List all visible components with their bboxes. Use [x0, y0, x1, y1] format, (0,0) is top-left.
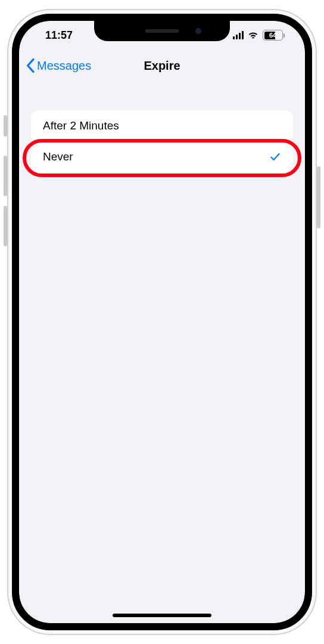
home-indicator[interactable] — [113, 614, 211, 617]
battery-level: 64 — [263, 30, 282, 40]
option-label: After 2 Minutes — [43, 119, 119, 132]
volume-down-button — [4, 206, 7, 246]
phone-frame: 11:57 64 — [7, 9, 317, 635]
expire-options-list: After 2 Minutes Never — [31, 110, 293, 172]
volume-up-button — [4, 156, 7, 196]
silent-switch — [4, 115, 7, 137]
wifi-icon — [247, 30, 259, 41]
back-label: Messages — [37, 59, 91, 73]
checkmark-icon — [269, 151, 281, 163]
option-never[interactable]: Never — [31, 141, 293, 172]
battery-indicator: 64 — [263, 30, 285, 41]
cellular-icon — [233, 31, 244, 39]
option-after-2-minutes[interactable]: After 2 Minutes — [31, 110, 293, 141]
status-time: 11:57 — [37, 29, 73, 42]
power-button — [317, 166, 320, 228]
device-notch — [94, 21, 230, 41]
option-label: Never — [43, 150, 73, 163]
navigation-bar: Messages Expire — [19, 49, 305, 82]
chevron-left-icon — [26, 58, 35, 73]
back-button[interactable]: Messages — [26, 58, 91, 73]
